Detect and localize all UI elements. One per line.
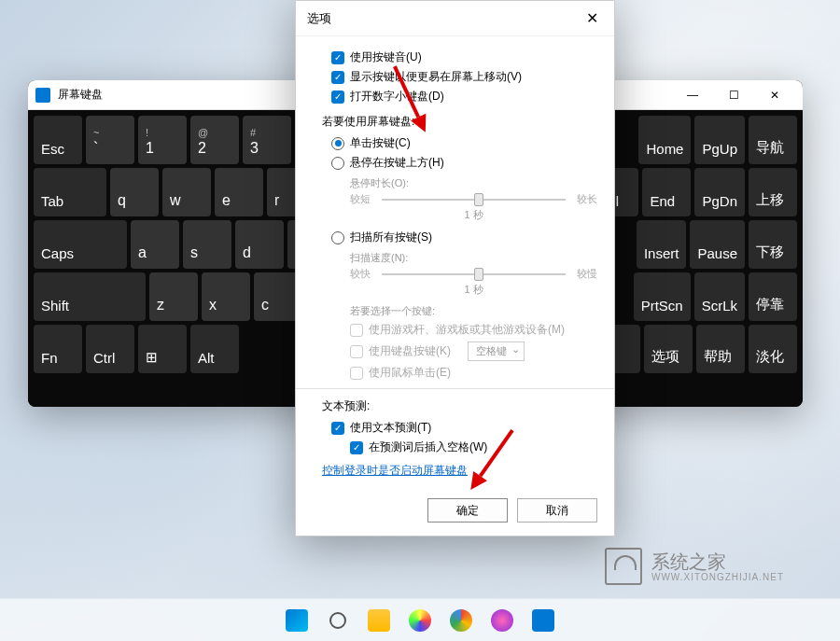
hover-value: 1 秒 (350, 208, 597, 222)
key-e[interactable]: e (215, 168, 263, 216)
key-dock[interactable]: 停靠 (749, 272, 797, 321)
dialog-footer: 确定 取消 (427, 498, 597, 523)
key-alt[interactable]: Alt (190, 325, 239, 373)
label-show-keys: 显示按键以便更易在屏幕上移动(V) (350, 69, 522, 85)
ok-button[interactable]: 确定 (427, 498, 508, 523)
dialog-body: ✓使用按键音(U) ✓显示按键以便更易在屏幕上移动(V) ✓打开数字小键盘(D)… (296, 36, 614, 484)
radio-scan[interactable] (331, 231, 344, 244)
checkbox-keyboard (350, 345, 363, 358)
key-insert[interactable]: Insert (637, 220, 687, 269)
key-backtick[interactable]: ~` (86, 116, 134, 164)
label-joystick: 使用游戏杆、游戏板或其他游戏设备(M) (369, 322, 565, 338)
cancel-button[interactable]: 取消 (517, 498, 597, 523)
key-win[interactable]: ⊞ (138, 325, 187, 373)
key-s[interactable]: s (183, 220, 231, 269)
key-ctrl[interactable]: Ctrl (86, 325, 134, 373)
key-shift[interactable]: Shift (34, 272, 146, 321)
hover-slider-thumb (474, 193, 483, 206)
key-1[interactable]: !1 (138, 116, 187, 164)
key-q[interactable]: q (110, 168, 159, 216)
label-numpad: 打开数字小键盘(D) (350, 89, 444, 105)
key-pause[interactable]: Pause (690, 220, 745, 269)
close-button[interactable]: ✕ (754, 82, 795, 108)
chrome-icon[interactable] (443, 603, 479, 638)
key-d[interactable]: d (235, 220, 284, 269)
checkbox-numpad[interactable]: ✓ (331, 91, 344, 104)
key-nav[interactable]: 导航 (749, 116, 797, 164)
hover-slider: 较短 较长 (350, 192, 597, 206)
link-login-settings[interactable]: 控制登录时是否启动屏幕键盘 (322, 463, 597, 479)
radio-click[interactable] (331, 137, 344, 150)
scan-slider: 较快 较慢 (350, 267, 597, 281)
section-mode-label: 若要使用屏幕键盘: (322, 114, 597, 130)
osk-taskbar-icon[interactable] (525, 603, 561, 638)
key-esc[interactable]: Esc (34, 116, 82, 164)
label-predict-space: 在预测词后插入空格(W) (369, 439, 487, 455)
taskbar (0, 598, 840, 641)
key-z[interactable]: z (149, 272, 198, 321)
checkbox-show-keys[interactable]: ✓ (331, 71, 344, 84)
osk-app-icon (35, 88, 50, 103)
scan-speed-label: 扫描速度(N): (350, 251, 597, 265)
dialog-titlebar[interactable]: 选项 ✕ (296, 1, 614, 36)
label-hover: 悬停在按键上方(H) (350, 155, 444, 171)
section-predict-label: 文本预测: (322, 398, 597, 414)
maximize-button[interactable]: ☐ (713, 82, 754, 108)
checkbox-mouse (350, 367, 363, 380)
key-w[interactable]: w (162, 168, 211, 216)
divider (296, 388, 614, 389)
hover-duration-label: 悬停时长(O): (350, 176, 597, 190)
watermark: 系统之家 WWW.XITONGZHIJIA.NET (605, 548, 784, 585)
key-down[interactable]: 下移 (749, 220, 797, 269)
label-scan: 扫描所有按键(S) (350, 230, 432, 245)
key-up[interactable]: 上移 (749, 168, 797, 216)
key-2[interactable]: @2 (190, 116, 239, 164)
combo-space: 空格键 (468, 341, 525, 361)
key-home[interactable]: Home (638, 116, 691, 164)
minimize-button[interactable]: — (672, 82, 713, 108)
label-mouse: 使用鼠标单击(E) (369, 365, 451, 381)
watermark-main: 系统之家 (651, 551, 784, 572)
scan-value: 1 秒 (350, 283, 597, 297)
scan-select-label: 若要选择一个按键: (350, 304, 597, 318)
dialog-title: 选项 (307, 10, 581, 27)
key-x[interactable]: x (202, 272, 250, 321)
app-icon-2[interactable] (484, 603, 520, 638)
window-controls: — ☐ ✕ (672, 82, 795, 108)
dialog-close-button[interactable]: ✕ (581, 9, 603, 27)
watermark-sub: WWW.XITONGZHIJIA.NET (651, 572, 784, 582)
checkbox-sound[interactable]: ✓ (331, 51, 344, 64)
checkbox-predict-space[interactable]: ✓ (350, 441, 363, 454)
label-sound: 使用按键音(U) (350, 49, 422, 65)
radio-hover[interactable] (331, 157, 344, 170)
key-prtscn[interactable]: PrtScn (634, 272, 691, 321)
key-a[interactable]: a (131, 220, 179, 269)
options-dialog: 选项 ✕ ✓使用按键音(U) ✓显示按键以便更易在屏幕上移动(V) ✓打开数字小… (295, 0, 615, 536)
key-tab[interactable]: Tab (34, 168, 106, 216)
checkbox-predict[interactable]: ✓ (331, 422, 344, 435)
label-predict: 使用文本预测(T) (350, 420, 431, 436)
key-options[interactable]: 选项 (644, 325, 693, 373)
scan-slider-thumb (474, 268, 483, 281)
start-button[interactable] (279, 603, 315, 638)
key-end[interactable]: End (642, 168, 691, 216)
search-button[interactable] (320, 603, 356, 638)
app-icon-1[interactable] (402, 603, 438, 638)
checkbox-joystick (350, 324, 363, 337)
key-help[interactable]: 帮助 (696, 325, 745, 373)
key-pgup[interactable]: PgUp (694, 116, 745, 164)
key-fade[interactable]: 淡化 (749, 325, 797, 373)
key-pgdn[interactable]: PgDn (694, 168, 745, 216)
watermark-icon (605, 548, 642, 585)
key-scrlk[interactable]: ScrLk (694, 272, 745, 321)
label-keyboard: 使用键盘按键(K) (369, 343, 451, 359)
key-fn[interactable]: Fn (34, 325, 82, 373)
explorer-icon[interactable] (361, 603, 397, 638)
label-click: 单击按键(C) (350, 135, 411, 151)
key-3[interactable]: #3 (243, 116, 291, 164)
key-caps[interactable]: Caps (34, 220, 127, 269)
